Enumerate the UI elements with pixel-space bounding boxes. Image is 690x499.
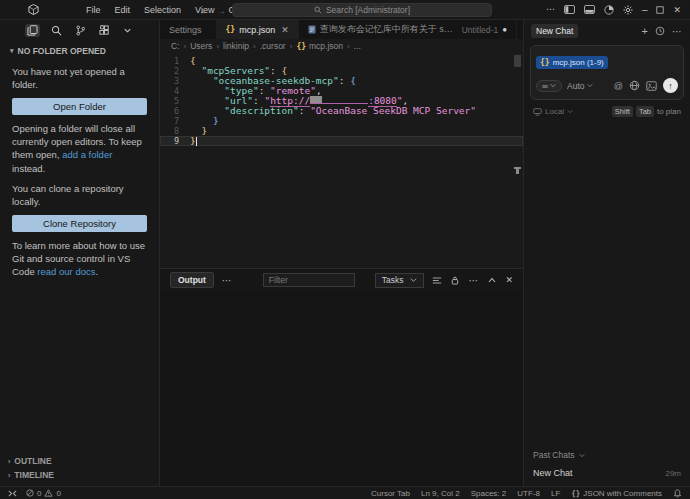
window-close-button[interactable]: ✕ [673, 5, 681, 15]
line-number: 9 [160, 136, 190, 146]
tab-settings[interactable]: Settings [160, 20, 217, 39]
chevron-down-icon [587, 83, 593, 88]
read-docs-link[interactable]: read our docs [37, 266, 95, 277]
toggle-panel-icon[interactable] [584, 5, 595, 14]
output-content[interactable] [160, 291, 523, 486]
modified-dot-icon[interactable]: ● [502, 25, 507, 34]
token-punct: : [339, 75, 350, 86]
infinity-icon: ∞ [542, 81, 548, 91]
remote-window-icon [8, 489, 17, 498]
menu-selection[interactable]: Selection [137, 5, 188, 15]
output-channel-select[interactable]: Tasks [375, 273, 425, 288]
add-folder-link[interactable]: add a folder [62, 149, 112, 160]
status-cursor-tab[interactable]: Cursor Tab [371, 489, 410, 498]
back-arrow-icon[interactable]: ← [198, 5, 210, 16]
outline-section[interactable]: › OUTLINE [8, 454, 151, 468]
code-line-8[interactable]: 8 } [160, 126, 523, 136]
status-line-col[interactable]: Ln 9, Col 2 [421, 489, 460, 498]
breadcrumb-item[interactable]: .cursor [260, 41, 286, 51]
command-search-input[interactable]: Search [Administrator] [232, 3, 492, 17]
line-number: 4 [160, 86, 190, 96]
chevron-right-icon: › [8, 472, 10, 479]
output-channel-value: Tasks [382, 275, 404, 285]
menu-file[interactable]: File [79, 5, 108, 15]
output-tab[interactable]: Output [170, 272, 214, 288]
panel-tabs-more-icon[interactable]: ⋯ [222, 275, 233, 286]
window-minimize-button[interactable]: – [642, 4, 648, 15]
editor-scrollbar-thumb[interactable] [514, 55, 521, 67]
editor-group: Settings {} mcp.json ✕ 查询发布会记忆库中所有关于 see… [160, 20, 523, 486]
titlebar-more-icon[interactable]: ⋯ [546, 5, 555, 14]
ai-chat-panel: New Chat + ⋯ {} mcp.json (1-9) ∞ [523, 20, 690, 486]
breadcrumb-item-file[interactable]: {}mcp.json [296, 41, 343, 51]
status-language-mode[interactable]: {} JSON with Comments [571, 489, 662, 498]
toggle-sidebar-icon[interactable] [564, 5, 575, 14]
more-views-chevron-icon[interactable] [121, 25, 134, 36]
panel-more-icon[interactable]: ⋯ [468, 275, 479, 286]
clone-repository-button[interactable]: Clone Repository [12, 215, 147, 232]
explorer-section-header[interactable]: ▾ NO FOLDER OPENED [0, 39, 159, 58]
model-select[interactable]: Auto [567, 81, 593, 91]
panel-header: Output ⋯ Tasks ⋯ ✕ [160, 269, 523, 291]
send-button[interactable]: ↑ [663, 78, 678, 93]
environment-select[interactable]: Local [533, 107, 573, 116]
breadcrumb-item[interactable]: ... [354, 41, 361, 51]
chat-input-box[interactable]: {} mcp.json (1-9) ∞ Auto @ [530, 45, 684, 100]
settings-gear-icon[interactable] [623, 5, 633, 15]
chat-history-icon[interactable] [655, 26, 665, 36]
status-encoding[interactable]: UTF-8 [517, 489, 540, 498]
tab-key-badge: Tab [636, 106, 654, 117]
web-globe-icon[interactable] [629, 80, 640, 91]
source-control-icon[interactable] [73, 24, 88, 37]
status-indentation[interactable]: Spaces: 2 [471, 489, 507, 498]
search-view-icon[interactable] [49, 24, 64, 37]
status-eol[interactable]: LF [551, 489, 560, 498]
new-chat-plus-icon[interactable]: + [642, 25, 648, 37]
extensions-icon[interactable] [97, 24, 112, 37]
chat-tab-new-chat[interactable]: New Chat [531, 24, 578, 38]
plan-shortcut-hint: Shift Tab to plan [612, 106, 681, 117]
tab-untitled-1[interactable]: 查询发布会记忆库中所有关于 seekdb 产品特性的内 Untitled-1 ● [299, 20, 517, 39]
past-chat-item[interactable]: New Chat 29m [533, 468, 681, 478]
notifications-bell-icon[interactable] [673, 489, 682, 498]
breadcrumb-item[interactable]: linkinip [223, 41, 249, 51]
maximize-panel-icon[interactable] [488, 277, 496, 283]
chevron-down-icon [410, 277, 417, 283]
context-pill[interactable]: {} mcp.json (1-9) [536, 56, 608, 69]
token-gap [322, 96, 368, 104]
toggle-secondary-sidebar-icon[interactable] [604, 5, 614, 15]
past-chat-time: 29m [665, 469, 681, 478]
past-chats-header[interactable]: Past Chats [533, 450, 681, 460]
chat-more-icon[interactable]: ⋯ [672, 26, 683, 37]
code-line-9[interactable]: 9} [160, 136, 523, 146]
close-panel-icon[interactable]: ✕ [505, 275, 513, 285]
breadcrumb: C:› Users› linkinip› .cursor› {}mcp.json… [160, 39, 523, 53]
mention-icon[interactable]: @ [614, 81, 623, 91]
forward-arrow-icon[interactable]: → [215, 5, 227, 16]
tab-close-icon[interactable]: ✕ [281, 25, 289, 35]
code-editor[interactable]: 1{2 "mcpServers": {3 "oceanbase-seekdb-m… [160, 53, 523, 268]
agent-mode-select[interactable]: ∞ [536, 80, 562, 92]
warning-icon [44, 489, 53, 497]
menu-edit[interactable]: Edit [108, 5, 138, 15]
breadcrumb-item[interactable]: Users [190, 41, 212, 51]
plan-text: to plan [657, 107, 681, 116]
remote-indicator[interactable] [8, 489, 17, 498]
overview-ruler-marker [514, 167, 521, 174]
cursor-logo-icon [28, 4, 39, 15]
window-maximize-button[interactable] [656, 6, 664, 14]
code-line-7[interactable]: 7 } [160, 116, 523, 126]
json-braces-icon: {} [571, 489, 580, 498]
explorer-icon[interactable] [25, 24, 40, 37]
breadcrumb-item[interactable]: C: [171, 41, 180, 51]
problems-indicator[interactable]: 0 0 [26, 489, 61, 498]
timeline-section[interactable]: › TIMELINE [8, 468, 151, 482]
clear-output-icon[interactable] [432, 276, 442, 285]
output-filter-input[interactable] [263, 273, 355, 287]
docs-hint: To learn more about how to use Git and s… [12, 239, 147, 278]
tab-mcp-json[interactable]: {} mcp.json ✕ [217, 20, 299, 39]
file-icon [308, 25, 316, 34]
lock-scroll-icon[interactable] [451, 276, 459, 285]
image-attach-icon[interactable] [646, 81, 657, 91]
open-folder-button[interactable]: Open Folder [12, 98, 147, 115]
